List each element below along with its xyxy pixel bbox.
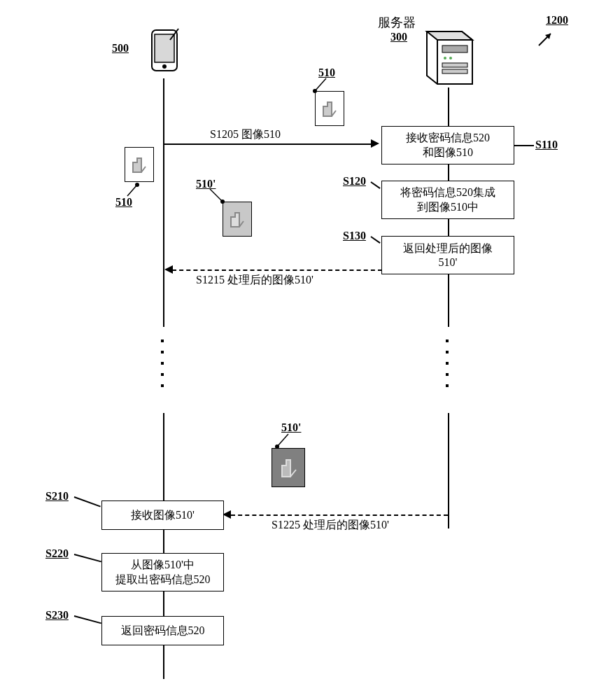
arrow-S1225 bbox=[231, 514, 448, 516]
phone-lifeline bbox=[163, 78, 164, 327]
image-510-phone bbox=[125, 147, 154, 182]
svg-line-15 bbox=[210, 189, 223, 202]
svg-point-4 bbox=[162, 64, 167, 69]
image-510p-dark bbox=[272, 448, 305, 487]
step-S130-line2: 510' bbox=[439, 256, 458, 269]
callout-line-icon bbox=[272, 431, 291, 451]
figure-arrow-icon bbox=[535, 28, 556, 49]
step-S230-text: 返回密码信息520 bbox=[121, 624, 205, 638]
svg-point-8 bbox=[449, 57, 452, 59]
step-S120-line1: 将密码信息520集成 bbox=[400, 186, 495, 200]
step-S210-text: 接收图像510' bbox=[131, 508, 195, 523]
step-S220-line2: 提取出密码信息520 bbox=[115, 573, 211, 587]
step-S230-id: S230 bbox=[45, 609, 69, 622]
step-S210-box: 接收图像510' bbox=[101, 500, 224, 530]
server-label: 服务器 bbox=[378, 14, 416, 31]
server-id-label: 300 bbox=[390, 31, 407, 43]
image-510-server bbox=[315, 91, 344, 126]
svg-line-17 bbox=[277, 434, 288, 447]
step-S210-id: S210 bbox=[45, 490, 69, 503]
callout-510-phone: 510 bbox=[115, 196, 132, 209]
step-S220-id: S220 bbox=[45, 547, 69, 560]
arrowhead-icon bbox=[164, 265, 173, 274]
step-S110-id: S110 bbox=[535, 139, 558, 151]
step-S220-box: 从图像510'中 提取出密码信息520 bbox=[101, 553, 224, 592]
leader-line bbox=[74, 496, 101, 507]
gap-dots bbox=[161, 340, 164, 387]
step-S130-box: 返回处理后的图像 510' bbox=[381, 236, 514, 274]
msg-S1225-label: S1225 处理后的图像510' bbox=[272, 518, 389, 533]
gap-dots bbox=[446, 340, 449, 387]
arrow-S1205 bbox=[164, 144, 374, 145]
step-S120-id: S120 bbox=[343, 175, 366, 188]
server-lifeline bbox=[448, 413, 449, 528]
step-S110-line2: 和图像510 bbox=[423, 146, 473, 160]
svg-rect-6 bbox=[442, 46, 467, 52]
server-icon bbox=[420, 18, 483, 88]
svg-rect-9 bbox=[442, 63, 467, 67]
leader-line bbox=[514, 145, 534, 146]
step-S120-box: 将密码信息520集成 到图像510中 bbox=[381, 181, 514, 219]
callout-line-icon bbox=[207, 186, 227, 206]
step-S110-box: 接收密码信息520 和图像510 bbox=[381, 126, 514, 164]
msg-S1215-label: S1215 处理后的图像510' bbox=[196, 273, 313, 288]
figure-id-label: 1200 bbox=[546, 14, 568, 27]
svg-point-7 bbox=[444, 57, 446, 59]
step-S220-line1: 从图像510'中 bbox=[131, 558, 195, 573]
step-S130-id: S130 bbox=[343, 230, 366, 242]
step-S230-box: 返回密码信息520 bbox=[101, 616, 224, 645]
svg-rect-10 bbox=[442, 69, 467, 74]
image-510p-light bbox=[223, 202, 252, 237]
svg-line-13 bbox=[127, 185, 137, 196]
svg-line-11 bbox=[315, 78, 326, 91]
arrowhead-icon bbox=[371, 139, 379, 148]
leader-line bbox=[74, 554, 101, 562]
callout-line-icon bbox=[125, 181, 141, 197]
step-S120-line2: 到图像510中 bbox=[417, 200, 479, 215]
svg-point-12 bbox=[313, 89, 317, 93]
leader-line bbox=[370, 236, 380, 244]
step-S130-line1: 返回处理后的图像 bbox=[403, 241, 493, 256]
leader-line bbox=[74, 615, 101, 624]
phone-icon bbox=[143, 24, 185, 77]
leader-line bbox=[370, 181, 380, 189]
svg-point-16 bbox=[220, 200, 225, 204]
arrow-S1215 bbox=[172, 270, 382, 271]
svg-point-18 bbox=[275, 444, 279, 449]
svg-point-14 bbox=[135, 183, 139, 187]
callout-line-icon bbox=[309, 76, 329, 95]
phone-id-label: 500 bbox=[112, 42, 129, 55]
msg-S1205-label: S1205 图像510 bbox=[210, 127, 281, 142]
step-S110-line1: 接收密码信息520 bbox=[406, 131, 490, 146]
